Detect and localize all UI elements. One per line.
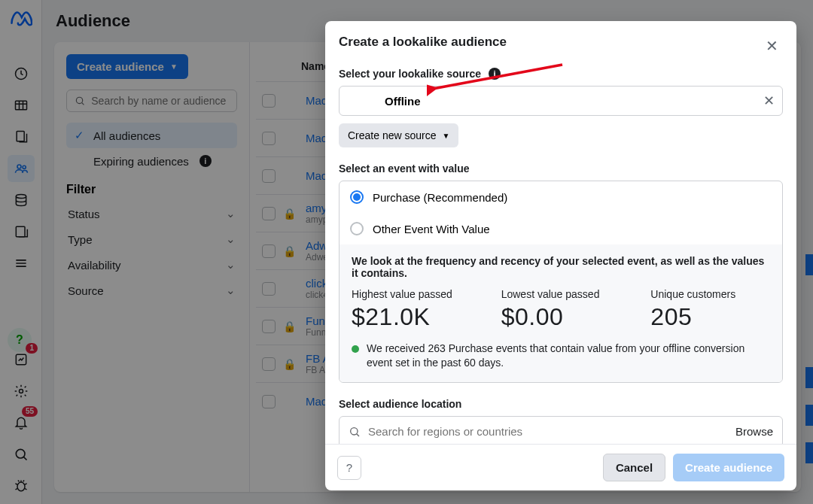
status-dot-icon (352, 345, 359, 353)
event-label: Select an event with value (339, 162, 783, 175)
event-purchase-radio[interactable]: Purchase (Recommended) (340, 181, 782, 213)
svg-point-12 (351, 427, 358, 434)
create-audience-submit-button[interactable]: Create audience (673, 454, 784, 481)
stat-highest-value: $21.0K (352, 303, 471, 331)
caret-down-icon: ▼ (443, 132, 450, 140)
clear-source-icon[interactable]: ✕ (763, 93, 775, 109)
close-icon[interactable]: ✕ (760, 35, 783, 57)
radio-icon (350, 190, 364, 204)
info-icon[interactable]: i (489, 68, 501, 80)
location-label: Select audience location (339, 398, 783, 410)
create-new-source-button[interactable]: Create new source ▼ (339, 123, 458, 147)
event-stats: We look at the frequency and recency of … (340, 244, 782, 382)
radio-icon (350, 222, 364, 235)
location-search-input[interactable]: Browse (339, 416, 783, 444)
help-icon[interactable]: ? (337, 456, 361, 480)
lookalike-modal: Create a lookalike audience ✕ Select you… (325, 21, 796, 490)
cancel-button[interactable]: Cancel (603, 454, 665, 481)
event-other-radio[interactable]: Other Event With Value (340, 213, 782, 244)
stat-lowest-value: $0.00 (501, 303, 621, 331)
stat-unique-customers: 205 (650, 303, 770, 331)
browse-button[interactable]: Browse (735, 425, 773, 438)
lookalike-source-input[interactable]: Offline ✕ (339, 86, 783, 116)
modal-title: Create a lookalike audience (339, 35, 507, 50)
search-icon (349, 426, 361, 438)
source-label: Select your lookalike source i (339, 68, 783, 80)
